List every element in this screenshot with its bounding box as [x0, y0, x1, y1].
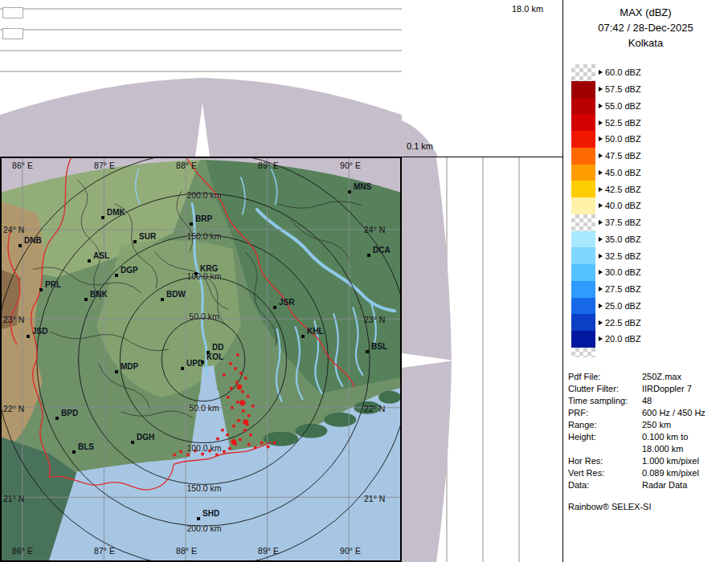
legend-value-label: 27.5 dBZ — [605, 284, 641, 294]
metadata-label: Height: — [568, 431, 642, 455]
metadata-label: PRF: — [568, 407, 642, 419]
legend-color-swatch — [571, 214, 595, 231]
axis-tick-box — [2, 7, 23, 18]
legend-value-label: 32.5 dBZ — [605, 251, 641, 261]
axis-corner-panel: 18.0 km 0.1 km — [402, 0, 562, 157]
metadata-row: PRF:600 Hz / 450 Hz — [568, 407, 726, 419]
legend-value-label: 55.0 dBZ — [605, 101, 641, 111]
legend-row: 20.0 dBZ — [571, 331, 641, 348]
product-header: MAX (dBZ) 07:42 / 28-Dec-2025 Kolkata — [563, 5, 728, 51]
metadata-row: Range:250 km — [568, 419, 726, 431]
legend-arrow-icon — [599, 237, 603, 242]
legend-value-label: 30.0 dBZ — [605, 267, 641, 277]
legend-arrow-icon — [599, 187, 603, 192]
legend-arrow-icon — [599, 336, 603, 341]
metadata-value: 0.100 km to 18.000 km — [642, 431, 688, 455]
legend-row: 32.5 dBZ — [571, 247, 641, 264]
legend-row: 37.5 dBZ — [571, 214, 641, 231]
corner-graphic — [402, 0, 562, 157]
station-name: Kolkata — [563, 35, 728, 51]
legend-value-label: 40.0 dBZ — [605, 201, 641, 210]
radar-display-window: 18.0 km 0.1 km — [0, 0, 728, 562]
legend-arrow-icon — [599, 287, 603, 291]
legend-row: 60.0 dBZ — [571, 64, 641, 81]
legend-color-swatch — [571, 148, 595, 165]
legend-arrow-icon — [599, 254, 603, 259]
legend-arrow-icon — [599, 270, 603, 275]
legend-color-swatch — [571, 181, 595, 198]
metadata-value: 250Z.max — [642, 371, 681, 383]
metadata-value: 48 — [642, 395, 652, 407]
top-profile-graphic — [0, 0, 402, 157]
metadata-label: Time sampling: — [568, 395, 642, 407]
metadata-label: Clutter Filter: — [568, 383, 642, 395]
software-credit: Rainbow® SELEX-SI — [568, 501, 726, 513]
metadata-table: Pdf File:250Z.maxClutter Filter:IIRDoppl… — [568, 371, 726, 491]
metadata-value: 250 km — [642, 419, 671, 431]
legend-arrow-icon — [599, 153, 603, 158]
legend-arrow-icon — [599, 70, 603, 75]
side-profile-graphic — [402, 157, 562, 562]
legend-arrow-icon — [599, 170, 603, 175]
product-info-panel: MAX (dBZ) 07:42 / 28-Dec-2025 Kolkata 60… — [562, 0, 728, 562]
legend-color-swatch — [571, 198, 595, 214]
legend-color-swatch — [571, 81, 595, 98]
metadata-label: Hor Res: — [568, 455, 642, 467]
legend-color-swatch — [571, 264, 595, 281]
product-title: MAX (dBZ) — [563, 5, 728, 20]
legend-row: 42.5 dBZ — [571, 181, 641, 198]
legend-value-label: 42.5 dBZ — [605, 185, 641, 194]
legend-row: 27.5 dBZ — [571, 281, 641, 298]
legend-value-label: 20.0 dBZ — [605, 334, 641, 344]
metadata-row: Pdf File:250Z.max — [568, 371, 726, 383]
legend-color-swatch — [571, 131, 595, 148]
legend-color-swatch — [571, 64, 595, 81]
side-height-profile-panel — [402, 157, 562, 562]
height-min-label: 0.1 km — [407, 141, 433, 151]
legend-rows: 60.0 dBZ57.5 dBZ55.0 dBZ52.5 dBZ50.0 dBZ… — [571, 64, 641, 348]
legend-value-label: 37.5 dBZ — [605, 218, 641, 227]
legend-color-swatch — [571, 165, 595, 181]
legend-bottom-stub — [571, 348, 595, 357]
metadata-label: Data: — [568, 479, 642, 491]
legend-row: 47.5 dBZ — [571, 148, 641, 165]
metadata-label: Range: — [568, 419, 642, 431]
height-max-label: 18.0 km — [512, 4, 543, 14]
legend-arrow-icon — [599, 303, 603, 308]
legend-row: 57.5 dBZ — [571, 81, 641, 98]
legend-row: 55.0 dBZ — [571, 98, 641, 115]
metadata-value: Radar Data — [642, 479, 687, 491]
metadata-value: 0.089 km/pixel — [642, 467, 699, 479]
legend-value-label: 57.5 dBZ — [605, 84, 641, 94]
legend-color-swatch — [571, 114, 595, 131]
metadata-row: Time sampling:48 — [568, 395, 726, 407]
legend-value-label: 25.0 dBZ — [605, 301, 641, 311]
metadata-label: Pdf File: — [568, 371, 642, 383]
axis-tick-box — [2, 28, 23, 39]
legend-value-label: 50.0 dBZ — [605, 134, 641, 144]
radar-map-graphic — [1, 157, 401, 561]
legend-value-label: 52.5 dBZ — [605, 118, 641, 128]
product-datetime: 07:42 / 28-Dec-2025 — [563, 20, 728, 35]
legend-arrow-icon — [599, 220, 603, 225]
legend-value-label: 47.5 dBZ — [605, 151, 641, 161]
metadata-row: Height:0.100 km to 18.000 km — [568, 431, 726, 455]
legend-row: 50.0 dBZ — [571, 131, 641, 148]
metadata-row: Vert Res:0.089 km/pixel — [568, 467, 726, 479]
legend-color-swatch — [571, 247, 595, 264]
metadata-row: Hor Res:1.000 km/pixel — [568, 455, 726, 467]
reflectivity-legend: 60.0 dBZ57.5 dBZ55.0 dBZ52.5 dBZ50.0 dBZ… — [571, 64, 641, 357]
metadata-value: 1.000 km/pixel — [642, 455, 699, 467]
legend-arrow-icon — [599, 136, 603, 141]
metadata-block: Pdf File:250Z.maxClutter Filter:IIRDoppl… — [568, 371, 726, 513]
legend-row: 40.0 dBZ — [571, 198, 641, 214]
metadata-value: IIRDoppler 7 — [642, 383, 692, 395]
legend-row: 22.5 dBZ — [571, 314, 641, 331]
radar-map-panel: 86° E86° E87° E87° E88° E88° E89° E89° E… — [0, 157, 402, 562]
top-height-profile-panel — [0, 0, 402, 157]
legend-color-swatch — [571, 298, 595, 315]
legend-arrow-icon — [599, 104, 603, 108]
legend-color-swatch — [571, 281, 595, 298]
legend-value-label: 45.0 dBZ — [605, 168, 641, 177]
legend-arrow-icon — [599, 120, 603, 125]
